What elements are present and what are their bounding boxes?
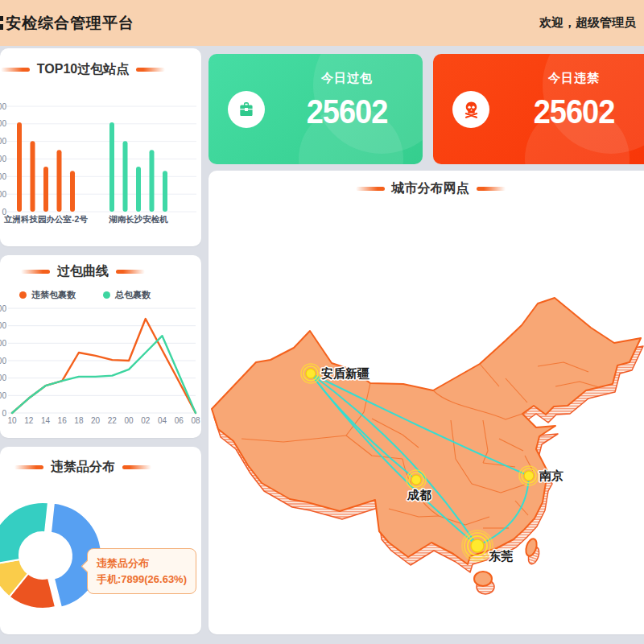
stat-card-body: 今日违禁 25602 (496, 54, 644, 126)
stat-card-body: 今日过包 25602 (271, 54, 423, 126)
stat-card-today-contraband: 今日违禁 25602 (433, 54, 644, 164)
stat-label: 今日过包 (271, 71, 423, 86)
title-dash-right (477, 187, 506, 191)
y-axis-label: 2500 (0, 321, 6, 330)
app-title: 安检综合管理平台 (6, 13, 134, 34)
y-axis-label: 1500 (0, 155, 6, 163)
city-marker[interactable] (306, 369, 316, 378)
x-axis-hour-label: 02 (141, 416, 151, 425)
app-header: 安检综合管理平台 欢迎，超级管理员 (0, 0, 644, 46)
y-axis-label: 2000 (0, 137, 6, 146)
city-label: 安盾新疆 (321, 366, 369, 380)
title-dash-left (21, 270, 50, 274)
panel-title-map: 城市分布网点 (208, 180, 644, 197)
x-axis-hour-label: 06 (175, 416, 184, 425)
y-axis-label: 1000 (0, 374, 6, 382)
title-dash-left (14, 465, 43, 469)
dashboard-page: 安检综合管理平台 欢迎，超级管理员 TOP10过包站点 050010001500… (0, 0, 644, 644)
line-series (12, 319, 196, 413)
title-dash-left (356, 187, 385, 191)
stat-card-today-passed: 今日过包 25602 (208, 54, 423, 164)
curve-legend: 违禁包裹数 总包裹数 (19, 289, 151, 301)
city-marker[interactable] (411, 475, 421, 485)
panel-parcel-curve: 过包曲线 违禁包裹数 总包裹数 050010001500200025003000… (0, 255, 201, 438)
x-axis-hour-label: 14 (41, 416, 51, 425)
panel-title-distribution: 违禁品分布 (0, 459, 201, 476)
panel-title-text: 过包曲线 (57, 263, 109, 280)
x-axis-hour-label: 22 (108, 416, 118, 425)
y-axis-label: 3000 (0, 304, 6, 313)
app-title-wrap: 安检综合管理平台 (0, 13, 134, 34)
map-land (212, 298, 641, 586)
city-label: 东莞 (488, 549, 514, 563)
city-label: 成都 (407, 488, 431, 502)
bar[interactable] (150, 150, 155, 212)
y-axis-label: 2500 (0, 119, 6, 128)
y-axis-label: 500 (0, 391, 6, 400)
panel-title-text: 城市分布网点 (392, 180, 469, 197)
y-axis-label: 500 (0, 190, 6, 199)
map-layers: 安盾新疆成都南京东莞 (212, 298, 643, 594)
china-map: 安盾新疆成都南京东莞 (208, 171, 644, 634)
bar[interactable] (123, 141, 128, 212)
title-dash-right (116, 270, 145, 274)
legend-item-violations[interactable]: 违禁包裹数 (19, 289, 76, 301)
stat-value: 25602 (271, 94, 423, 129)
bar[interactable] (136, 167, 141, 212)
welcome-text: 欢迎，超级管理员 (539, 15, 644, 31)
city-marker[interactable] (471, 539, 484, 552)
x-axis-station-label: 立洲科技园办公室-2号 (3, 214, 88, 224)
panel-top10-stations: TOP10过包站点 050010001500200025003000立洲科技园办… (0, 48, 201, 246)
x-axis-hour-label: 00 (125, 416, 134, 425)
panel-title-text: 违禁品分布 (51, 459, 115, 476)
legend-label: 违禁包裹数 (31, 289, 76, 301)
donut-slice[interactable] (0, 502, 48, 564)
legend-label: 总包裹数 (115, 289, 151, 301)
x-axis-hour-label: 18 (74, 416, 84, 425)
parcel-line-chart: 0500100015002000250030001012141618202200… (0, 255, 201, 438)
tooltip-title: 违禁品分布 (97, 555, 187, 572)
title-dash-right (136, 68, 165, 72)
city-label: 南京 (539, 469, 564, 482)
line-series (12, 336, 196, 413)
legend-item-total[interactable]: 总包裹数 (103, 289, 151, 301)
panel-title-curve: 过包曲线 (0, 263, 201, 280)
bar[interactable] (57, 150, 62, 212)
y-axis-label: 1000 (0, 172, 6, 181)
bar[interactable] (163, 171, 167, 212)
x-axis-station-label: 湖南长沙安检机 (108, 214, 168, 224)
x-axis-hour-label: 04 (158, 416, 167, 425)
x-axis-hour-label: 16 (58, 416, 68, 425)
donut-tooltip: 违禁品分布 手机:7899(26.63%) (87, 548, 196, 594)
legend-dot-orange (19, 291, 27, 299)
bar[interactable] (109, 122, 114, 212)
city-marker[interactable] (524, 471, 534, 481)
y-axis-label: 3000 (0, 102, 6, 111)
bar[interactable] (31, 141, 35, 212)
y-axis-label: 0 (2, 409, 6, 418)
stat-label: 今日违禁 (496, 71, 644, 86)
panel-city-map: 城市分布网点 (208, 171, 644, 634)
title-dash-right (122, 465, 151, 469)
stat-value: 25602 (496, 94, 644, 129)
bar[interactable] (70, 171, 75, 212)
bar[interactable] (43, 167, 48, 212)
clipped-title-character (0, 16, 3, 30)
legend-dot-green (103, 291, 110, 299)
panel-title-text: TOP10过包站点 (37, 61, 129, 78)
x-axis-hour-label: 10 (7, 416, 17, 425)
panel-contraband-distribution: 违禁品分布 违禁品分布 手机:7899(26.63%) (0, 447, 201, 634)
y-axis-label: 2000 (0, 339, 6, 348)
panel-title-top10: TOP10过包站点 (0, 61, 201, 78)
x-axis-hour-label: 20 (91, 416, 101, 425)
briefcase-icon (228, 91, 265, 128)
title-dash-left (1, 68, 30, 72)
x-axis-hour-label: 08 (191, 416, 200, 425)
x-axis-hour-label: 12 (24, 416, 34, 425)
tooltip-value: 手机:7899(26.63%) (97, 572, 187, 588)
y-axis-label: 1500 (0, 357, 6, 365)
skull-icon (452, 91, 489, 128)
bar[interactable] (17, 122, 22, 212)
